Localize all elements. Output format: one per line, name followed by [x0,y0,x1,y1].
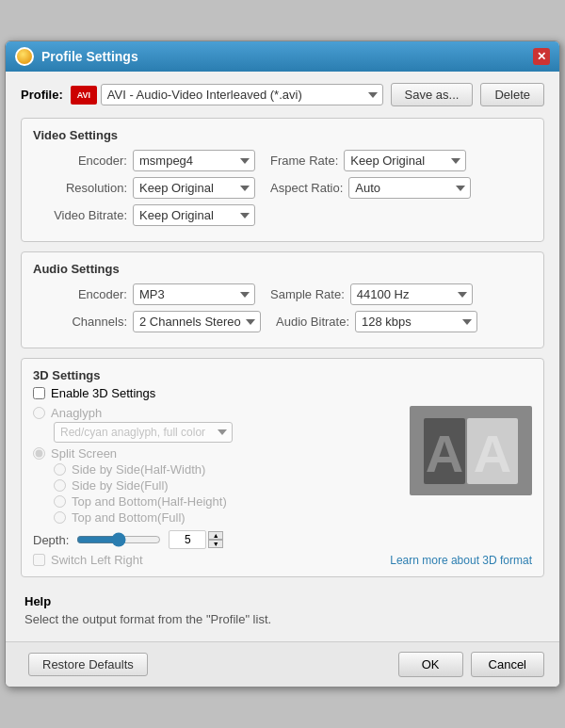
enable-3d-row: Enable 3D Settings [33,386,532,400]
samplerate-value: 44100 Hz [350,283,473,305]
save-as-button[interactable]: Save as... [391,83,474,106]
audio-settings-title: Audio Settings [33,262,532,276]
audio-encoder-value: MP3 [133,283,255,305]
resolution-label: Resolution: [33,181,127,195]
topbottom-full-radio-row: Top and Bottom(Full) [54,510,532,525]
ok-button[interactable]: OK [398,652,463,677]
3d-preview-box: A A [410,406,532,495]
sidebyside-full-radio[interactable] [54,479,66,492]
audiobitrate-value: 128 kbps [355,311,477,332]
3d-content: Enable 3D Settings Anaglyph Red/cyan ana… [33,386,532,567]
sidebyside-full-label: Side by Side(Full) [72,478,169,493]
framerate-label: Frame Rate: [270,154,338,168]
svg-text:A: A [426,424,463,483]
depth-slider[interactable] [76,532,161,547]
audio-settings-section: Audio Settings Encoder: MP3 Sample Rate:… [21,251,544,348]
audio-encoder-select[interactable]: MP3 [133,283,255,305]
splitscreen-radio[interactable] [33,447,45,460]
anaglyph-label: Anaglyph [51,406,102,420]
depth-decrement-button[interactable]: ▼ [208,540,223,548]
profile-row: Profile: AVI AVI - Audio-Video Interleav… [21,83,544,106]
topbottom-half-radio[interactable] [54,495,66,508]
topbottom-half-label: Top and Bottom(Half-Height) [72,494,227,509]
encoder-value: msmpeg4 [133,150,255,171]
sidebyside-half-radio[interactable] [54,463,66,476]
topbottom-half-radio-row: Top and Bottom(Half-Height) [54,494,532,509]
depth-increment-button[interactable]: ▲ [208,531,223,540]
resolution-pair: Resolution: Keep Original [33,177,255,199]
help-title: Help [24,594,541,608]
switch-leftright-checkbox[interactable] [33,554,45,566]
switch-label-wrapper: Switch Left Right [33,553,143,567]
3d-settings-title: 3D Settings [33,368,532,382]
depth-value-input[interactable] [169,530,206,549]
aspectratio-value: Auto [348,177,471,199]
encoder-pair: Encoder: msmpeg4 [33,150,255,171]
samplerate-select[interactable]: 44100 Hz [350,283,473,305]
video-settings-title: Video Settings [33,128,532,142]
app-icon [15,47,34,66]
footer-right: OK Cancel [398,652,544,677]
depth-label: Depth: [33,533,69,547]
anaglyph-radio[interactable] [33,407,45,419]
dialog-title: Profile Settings [41,49,533,64]
enable-3d-checkbox[interactable] [33,387,45,399]
audiobitrate-label: Audio Bitrate: [276,315,349,329]
profile-select-wrapper: AVI AVI - Audio-Video Interleaved (*.avi… [71,84,383,105]
depth-row: Depth: ▲ ▼ [33,530,532,549]
profile-label: Profile: [21,88,63,102]
video-settings-section: Video Settings Encoder: msmpeg4 Frame Ra… [21,118,544,242]
aspectratio-select[interactable]: Auto [348,177,471,199]
title-bar: Profile Settings ✕ [6,41,559,72]
resolution-value: Keep Original [133,177,255,199]
audio-encoder-label: Encoder: [33,287,127,301]
video-row-3: Video Bitrate: Keep Original [33,204,532,226]
framerate-pair: Frame Rate: Keep Original [270,150,466,171]
samplerate-label: Sample Rate: [270,287,345,301]
switch-row: Switch Left Right Learn more about 3D fo… [33,553,532,567]
aspectratio-pair: Aspect Ratio: Auto [270,177,471,199]
topbottom-full-radio[interactable] [54,511,66,524]
videobitrate-select[interactable]: Keep Original [133,204,255,226]
videobitrate-label: Video Bitrate: [33,208,127,222]
videobitrate-value: Keep Original [133,204,255,226]
profile-settings-dialog: Profile Settings ✕ Profile: AVI AVI - Au… [5,40,560,688]
dialog-footer: Restore Defaults OK Cancel [6,641,559,687]
enable-3d-label: Enable 3D Settings [51,386,155,400]
encoder-label: Encoder: [33,154,127,168]
framerate-select[interactable]: Keep Original [344,150,466,171]
audiobitrate-pair: Audio Bitrate: 128 kbps [276,311,477,332]
preview-aa-svg: A A [419,413,523,489]
encoder-select[interactable]: msmpeg4 [133,150,255,171]
profile-format-icon: AVI [71,86,97,105]
help-text: Select the output format from the "Profi… [24,612,541,626]
cancel-button[interactable]: Cancel [471,652,544,677]
svg-text:A: A [474,424,511,483]
channels-pair: Channels: 2 Channels Stereo [33,311,261,332]
audio-encoder-pair: Encoder: MP3 [33,283,255,305]
depth-spinner: ▲ ▼ [208,531,223,548]
audiobitrate-select[interactable]: 128 kbps [355,311,477,332]
dialog-body: Profile: AVI AVI - Audio-Video Interleav… [6,72,559,641]
channels-select[interactable]: 2 Channels Stereo [133,311,261,332]
close-button[interactable]: ✕ [533,48,550,65]
help-section: Help Select the output format from the "… [21,587,544,630]
switch-leftright-label: Switch Left Right [51,553,143,567]
learn-more-link[interactable]: Learn more about 3D format [390,554,532,567]
resolution-select[interactable]: Keep Original [133,177,255,199]
footer-left: Restore Defaults [21,653,148,676]
profile-dropdown[interactable]: AVI - Audio-Video Interleaved (*.avi) [101,84,383,105]
audio-row-2: Channels: 2 Channels Stereo Audio Bitrat… [33,311,532,332]
channels-value: 2 Channels Stereo [133,311,261,332]
channels-label: Channels: [33,315,127,329]
3d-settings-section: 3D Settings Enable 3D Settings Anaglyph [21,358,544,577]
aspectratio-label: Aspect Ratio: [270,181,343,195]
video-row-1: Encoder: msmpeg4 Frame Rate: Keep Origin… [33,150,532,171]
delete-button[interactable]: Delete [480,83,544,106]
topbottom-full-label: Top and Bottom(Full) [72,510,186,525]
restore-defaults-button[interactable]: Restore Defaults [28,653,148,676]
samplerate-pair: Sample Rate: 44100 Hz [270,283,473,305]
anaglyph-dropdown[interactable]: Red/cyan anaglyph, full color [54,422,233,443]
framerate-value: Keep Original [344,150,466,171]
audio-row-1: Encoder: MP3 Sample Rate: 44100 Hz [33,283,532,305]
